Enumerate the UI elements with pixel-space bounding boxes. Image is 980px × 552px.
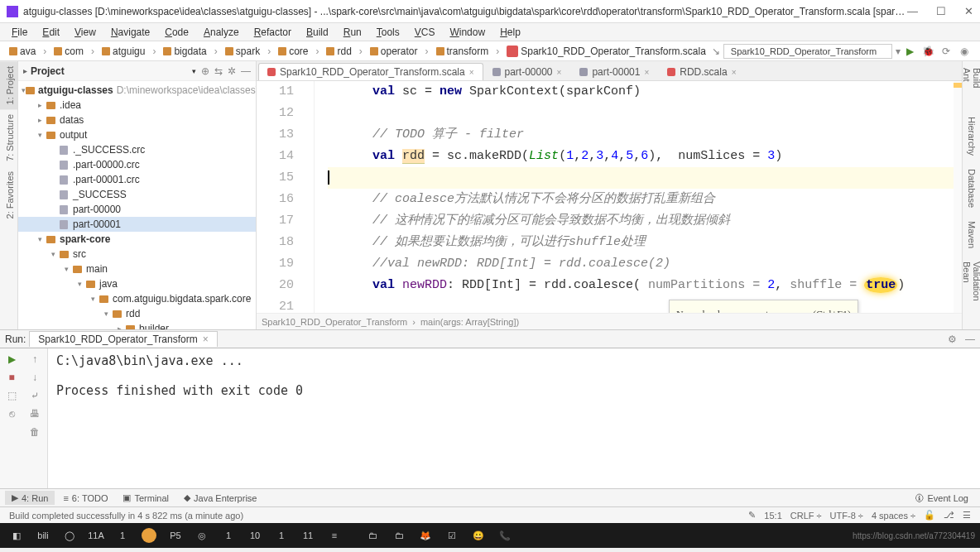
layout-icon[interactable]: ⬚: [7, 390, 17, 401]
breadcrumb-item[interactable]: Spark10_RDD_Operator_Transform.scala: [502, 44, 711, 59]
stripe-database[interactable]: Database: [965, 162, 978, 214]
config-dropdown-arrow-icon[interactable]: ▾: [896, 46, 901, 57]
tree-row[interactable]: .part-00001.crc: [18, 172, 256, 187]
breadcrumb-item[interactable]: atguigu: [97, 44, 150, 59]
code-line[interactable]: // 如果想要让数据均衡，可以进行shuffle处理: [328, 232, 962, 253]
bottom-tab[interactable]: ▣Terminal: [116, 491, 175, 505]
nav-back-icon[interactable]: ↘: [712, 46, 720, 57]
menu-view[interactable]: View: [68, 25, 103, 40]
taskbar-item[interactable]: 11A: [84, 526, 108, 545]
pin-icon[interactable]: ⎋: [9, 408, 15, 420]
up-icon[interactable]: ↑: [32, 353, 37, 365]
run-config-dropdown[interactable]: Spark10_RDD_Operator_Transform: [723, 44, 892, 59]
stop-icon[interactable]: ■: [8, 372, 14, 383]
breadcrumb-item[interactable]: transform: [431, 44, 494, 59]
breadcrumb-item[interactable]: operator: [365, 44, 423, 59]
indent[interactable]: 4 spaces ÷: [872, 511, 915, 521]
taskbar-item[interactable]: ◧: [5, 526, 28, 545]
tree-row[interactable]: ▸builder: [18, 321, 256, 329]
menu-run[interactable]: Run: [337, 25, 368, 40]
stop-button[interactable]: ■: [977, 46, 980, 57]
status-indicator-icon[interactable]: ✎: [748, 510, 756, 521]
close-button[interactable]: ✕: [964, 5, 973, 17]
code-line[interactable]: [328, 296, 962, 313]
breadcrumb-item[interactable]: ava: [4, 44, 41, 59]
profile-button[interactable]: ◉: [958, 46, 970, 57]
taskbar-app[interactable]: ☑: [440, 526, 464, 545]
bottom-tab[interactable]: ≡6: TODO: [56, 492, 114, 505]
menu-vcs[interactable]: VCS: [408, 25, 442, 40]
tree-row[interactable]: ▾com.atguigu.bigdata.spark.core: [18, 291, 256, 306]
line-sep[interactable]: CRLF ÷: [790, 511, 822, 521]
code-line[interactable]: // coalesce方法默认情况下不会将分区的数据打乱重新组合: [328, 189, 962, 210]
tab-close-icon[interactable]: ×: [469, 68, 474, 77]
taskbar-item[interactable]: ≡: [323, 526, 346, 545]
code-area[interactable]: val sc = new SparkContext(sparkConf) // …: [315, 81, 962, 313]
rerun-icon[interactable]: ▶: [8, 353, 16, 365]
taskbar-app[interactable]: 🗀: [361, 526, 384, 545]
taskbar-app[interactable]: 🦊: [414, 526, 437, 545]
tree-row[interactable]: ▾main: [18, 262, 256, 276]
tree-row[interactable]: ▾output: [18, 127, 256, 142]
editor-tab[interactable]: part-00001×: [570, 63, 658, 80]
editor-tab[interactable]: part-00000×: [483, 63, 571, 80]
taskbar-item[interactable]: 1: [270, 526, 293, 545]
menu-help[interactable]: Help: [493, 25, 527, 40]
run-tab-close-icon[interactable]: ×: [203, 334, 209, 345]
stripe-ant[interactable]: Ant Build: [960, 61, 981, 110]
validation-stripe[interactable]: [954, 81, 962, 313]
readonly-icon[interactable]: 🔓: [924, 510, 935, 521]
code-line[interactable]: // TODO 算子 - filter: [328, 124, 962, 146]
editor-tab[interactable]: RDD.scala×: [658, 63, 745, 80]
tree-row[interactable]: ▸datas: [18, 113, 256, 127]
menu-edit[interactable]: Edit: [36, 25, 66, 40]
clear-icon[interactable]: 🗑: [30, 426, 40, 438]
project-tree[interactable]: ▾ atguigu-classes D:\mineworkspace\idea\…: [18, 81, 256, 329]
git-icon[interactable]: ⎇: [944, 510, 954, 521]
tree-row[interactable]: .part-00000.crc: [18, 157, 256, 172]
menu-refactor[interactable]: Refactor: [247, 25, 298, 40]
coverage-button[interactable]: ⟳: [940, 46, 952, 57]
code-line[interactable]: //val newRDD: RDD[Int] = rdd.coalesce(2): [328, 253, 962, 275]
caret-position[interactable]: 15:1: [764, 511, 781, 521]
gear-icon[interactable]: ✲: [228, 65, 236, 77]
tree-row[interactable]: part-00000: [18, 202, 256, 217]
taskbar-item[interactable]: ◯: [58, 526, 81, 545]
run-settings-icon[interactable]: ⚙: [948, 334, 957, 345]
tab-close-icon[interactable]: ×: [732, 68, 737, 77]
stripe-project[interactable]: 1: Project: [0, 61, 17, 109]
breadcrumb-item[interactable]: bigdata: [158, 44, 211, 59]
run-tab[interactable]: Spark10_RDD_Operator_Transform ×: [29, 331, 217, 347]
bottom-tab[interactable]: ◆Java Enterprise: [177, 491, 263, 505]
breadcrumb-item[interactable]: core: [273, 44, 313, 59]
tooltip-more-link[interactable]: more...: [782, 309, 810, 313]
debug-button[interactable]: 🐞: [922, 46, 934, 57]
stripe-bean-validation[interactable]: Bean Validation: [960, 255, 981, 329]
code-line[interactable]: [328, 103, 962, 124]
run-hide-icon[interactable]: —: [965, 334, 975, 345]
menu-code[interactable]: Code: [158, 25, 195, 40]
menu-navigate[interactable]: Navigate: [104, 25, 156, 40]
taskbar-item[interactable]: 1: [217, 526, 240, 545]
editor-tab[interactable]: Spark10_RDD_Operator_Transform.scala×: [258, 63, 483, 80]
code-line[interactable]: val rdd = sc.makeRDD(List(1,2,3,4,5,6), …: [328, 146, 962, 167]
taskbar-item[interactable]: [137, 526, 161, 545]
tree-row[interactable]: ▸.idea: [18, 98, 256, 113]
tab-close-icon[interactable]: ×: [557, 68, 562, 77]
run-output[interactable]: C:\java8\bin\java.exe ... Process finish…: [48, 348, 980, 488]
tree-row[interactable]: part-00001: [18, 217, 256, 232]
code-line[interactable]: // 这种情况下的缩减分区可能会导致数据不均衡，出现数据倾斜: [328, 210, 962, 232]
event-log-button[interactable]: 🛈 Event Log: [908, 492, 975, 505]
taskbar-app[interactable]: 📞: [493, 526, 516, 545]
taskbar-item[interactable]: P5: [164, 526, 187, 545]
stripe-favorites[interactable]: 2: Favorites: [0, 166, 17, 223]
breadcrumb-item[interactable]: rdd: [321, 44, 356, 59]
breadcrumb-item[interactable]: spark: [220, 44, 265, 59]
tab-close-icon[interactable]: ×: [644, 68, 649, 77]
taskbar-app[interactable]: 😀: [467, 526, 490, 545]
taskbar-item[interactable]: bili: [31, 526, 55, 545]
menu-analyze[interactable]: Analyze: [197, 25, 246, 40]
code-line[interactable]: val newRDD: RDD[Int] = rdd.coalesce( num…: [328, 275, 962, 296]
hide-icon[interactable]: —: [241, 65, 251, 77]
aim-icon[interactable]: ⊕: [201, 65, 209, 77]
